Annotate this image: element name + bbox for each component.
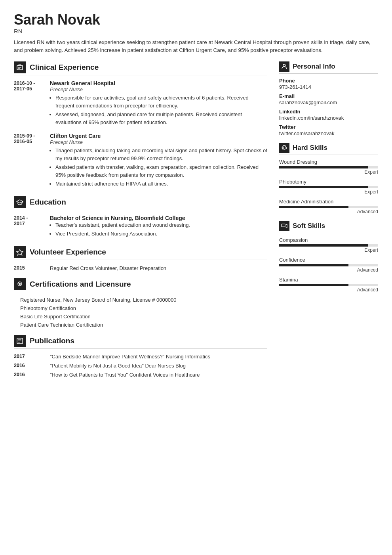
volunteer-entry-1-content: Regular Red Cross Volunteer, Disaster Pr… — [50, 265, 267, 271]
soft-skills-icon — [279, 221, 289, 231]
bullet: Vice President, Student Nursing Associat… — [55, 230, 267, 238]
pub-entry-0: 2017 "Can Bedside Manner Improve Patient… — [14, 354, 267, 360]
soft-skill-0-fill — [279, 244, 368, 247]
clinical-entry-2: 2015-09 -2016-05 Clifton Urgent Care Pre… — [14, 133, 267, 189]
personal-info-linkedin-label: LinkedIn — [279, 109, 378, 115]
bullet: Responsible for care activities, goal an… — [55, 94, 267, 109]
soft-skills-label: Soft Skills — [293, 222, 325, 230]
right-column: Personal Info Phone 973-261-1414 E-mail … — [279, 61, 378, 385]
education-section: Education 2014 -2017 Bachelor of Science… — [14, 196, 267, 239]
certifications-list: Registered Nurse, New Jersey Board of Nu… — [14, 297, 267, 328]
hard-skills-label: Hard Skills — [293, 144, 327, 152]
volunteer-section: Volunteer Experience 2015 Regular Red Cr… — [14, 246, 267, 271]
education-entry-1-org: Bachelor of Science in Nursing, Bloomfie… — [50, 215, 267, 221]
hard-skill-2-level: Advanced — [279, 209, 378, 214]
bullet: Assisted patients with transfer, walking… — [55, 163, 267, 179]
soft-skill-1-fill — [279, 264, 348, 266]
education-header: Education — [14, 196, 267, 210]
volunteer-icon — [14, 246, 26, 258]
soft-skill-2-fill — [279, 284, 348, 286]
hard-skill-2-name: Medicine Administration — [279, 199, 378, 205]
hard-skill-0-fill — [279, 166, 368, 168]
bullet: Teacher's assistant, patient education a… — [55, 221, 267, 229]
header: Sarah Novak RN Licensed RN with two year… — [14, 12, 378, 54]
cert-item-1: Phlebotomy Certification — [14, 305, 267, 311]
hard-skill-1-fill — [279, 186, 368, 188]
svg-rect-14 — [282, 224, 285, 227]
clinical-entry-1-org: Newark General Hospital — [50, 80, 267, 86]
publications-icon — [14, 335, 26, 347]
hard-skill-1-level: Expert — [279, 189, 378, 195]
education-icon — [14, 196, 26, 208]
clinical-experience-section: Clinical Experience 2016-10 -2017-05 New… — [14, 61, 267, 189]
personal-info-phone-value: 973-261-1414 — [279, 84, 378, 90]
hard-skills-header: Hard Skills — [279, 143, 378, 155]
publications-list: 2017 "Can Bedside Manner Improve Patient… — [14, 354, 267, 378]
certifications-section: Certifications and Licensure Registered … — [14, 278, 267, 328]
personal-info-email-label: E-mail — [279, 93, 378, 99]
soft-skill-0-level: Expert — [279, 247, 378, 253]
candidate-title: RN — [14, 28, 378, 34]
hard-skill-2-bar — [279, 206, 378, 208]
personal-info-section: Personal Info Phone 973-261-1414 E-mail … — [279, 61, 378, 136]
left-column: Clinical Experience 2016-10 -2017-05 New… — [14, 61, 267, 385]
personal-info-twitter-value: twitter.com/sarahznovak — [279, 130, 378, 136]
clinical-entry-2-content: Clifton Urgent Care Precept Nurse Triage… — [50, 133, 267, 189]
personal-info-phone-label: Phone — [279, 78, 378, 84]
personal-info-email-value: sarahznovak@gmail.com — [279, 100, 378, 105]
pub-entry-1: 2016 "Patient Mobility is Not Just a Goo… — [14, 363, 267, 369]
clinical-entry-1-role: Precept Nurse — [50, 86, 267, 92]
pub-text-0: "Can Bedside Manner Improve Patient Well… — [50, 354, 210, 360]
bullet: Triaged patients, including taking and r… — [55, 147, 267, 162]
personal-info-icon — [279, 61, 289, 72]
publications-section: Publications 2017 "Can Bedside Manner Im… — [14, 335, 267, 378]
clinical-entry-1: 2016-10 -2017-05 Newark General Hospital… — [14, 80, 267, 127]
volunteer-entry-1-date: 2015 — [14, 265, 44, 271]
soft-skill-1: Confidence Advanced — [279, 257, 378, 273]
hard-skill-1: Phlebotomy Expert — [279, 179, 378, 195]
soft-skill-0: Compassion Expert — [279, 237, 378, 253]
candidate-summary: Licensed RN with two years clinical expe… — [14, 38, 378, 55]
hard-skill-2: Medicine Administration Advanced — [279, 199, 378, 214]
bullet: Assessed, diagnosed, and planned care fo… — [55, 111, 267, 126]
hard-skill-2-fill — [279, 206, 348, 208]
hard-skill-0-bar — [279, 166, 378, 168]
volunteer-label: Volunteer Experience — [30, 248, 106, 256]
soft-skills-section: Soft Skills Compassion Expert Confidence… — [279, 221, 378, 293]
personal-info-linkedin-value: linkedin.com/in/sarahznovak — [279, 115, 378, 121]
publications-header: Publications — [14, 335, 267, 349]
hard-skills-icon — [279, 143, 289, 153]
pub-text-2: "How to Get Patients to Trust You" Confi… — [50, 372, 200, 378]
svg-marker-8 — [18, 282, 21, 285]
soft-skill-2-bar — [279, 284, 378, 286]
certifications-label: Certifications and Licensure — [30, 280, 131, 289]
soft-skill-2-name: Stamina — [279, 277, 378, 283]
bullet: Maintained strict adherence to HIPAA at … — [55, 180, 267, 188]
volunteer-entry-1: 2015 Regular Red Cross Volunteer, Disast… — [14, 265, 267, 271]
volunteer-entry-1-text: Regular Red Cross Volunteer, Disaster Pr… — [50, 265, 166, 271]
hard-skill-0-level: Expert — [279, 169, 378, 175]
hard-skill-0: Wound Dressing Expert — [279, 159, 378, 175]
pub-text-1: "Patient Mobility is Not Just a Good Ide… — [50, 363, 186, 369]
cert-item-2: Basic Life Support Certification — [14, 314, 267, 320]
soft-skill-2: Stamina Advanced — [279, 277, 378, 293]
personal-info-header: Personal Info — [279, 61, 378, 74]
pub-year-0: 2017 — [14, 354, 44, 360]
cert-item-0: Registered Nurse, New Jersey Board of Nu… — [14, 297, 267, 303]
certifications-header: Certifications and Licensure — [14, 278, 267, 292]
publications-label: Publications — [30, 337, 74, 345]
education-entry-1-content: Bachelor of Science in Nursing, Bloomfie… — [50, 215, 267, 239]
hard-skill-1-name: Phlebotomy — [279, 179, 378, 185]
soft-skills-header: Soft Skills — [279, 221, 378, 233]
clinical-entry-1-content: Newark General Hospital Precept Nurse Re… — [50, 80, 267, 127]
hard-skill-0-name: Wound Dressing — [279, 159, 378, 165]
clinical-entry-1-date: 2016-10 -2017-05 — [14, 80, 44, 127]
soft-skill-1-level: Advanced — [279, 267, 378, 273]
main-layout: Clinical Experience 2016-10 -2017-05 New… — [14, 61, 378, 385]
certifications-icon — [14, 278, 26, 290]
education-entry-1: 2014 -2017 Bachelor of Science in Nursin… — [14, 215, 267, 239]
soft-skill-1-name: Confidence — [279, 257, 378, 263]
clinical-entry-2-role: Precept Nurse — [50, 139, 267, 145]
soft-skill-0-bar — [279, 244, 378, 247]
cert-item-3: Patient Care Technician Certification — [14, 322, 267, 328]
